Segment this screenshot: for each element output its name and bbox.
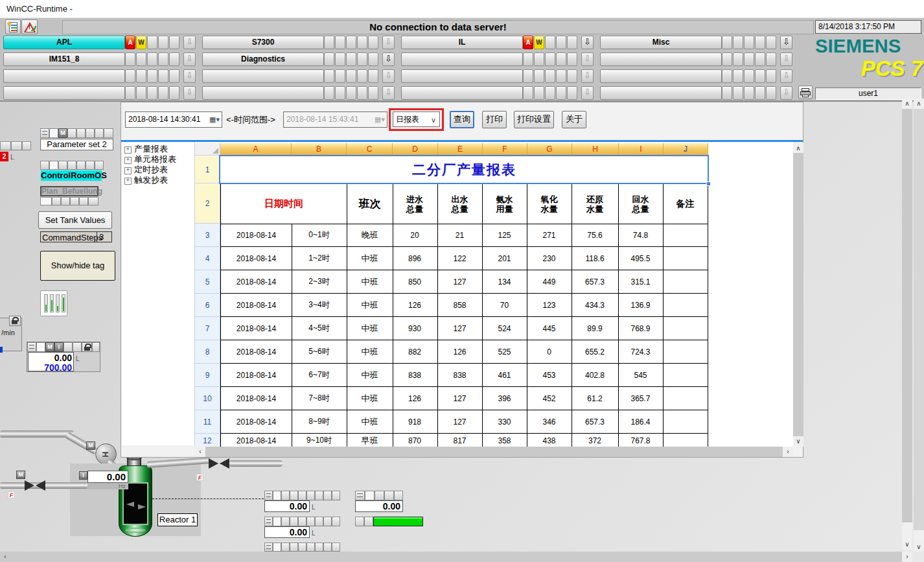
cell-value[interactable]: 882 [392, 340, 438, 364]
cell-time[interactable]: 2~3时 [292, 270, 347, 294]
cell-value[interactable]: 123 [527, 294, 572, 317]
nav-expand-arrow-icon[interactable]: ⇩ [581, 69, 594, 83]
nav-expand-arrow-icon[interactable]: ⇩ [581, 36, 594, 49]
cell-time[interactable]: 5~6时 [292, 340, 347, 364]
tree-expand-icon[interactable]: + [124, 146, 132, 154]
volume1-value[interactable]: 0.00 [264, 500, 310, 512]
nav-button-diagnostics[interactable]: Diagnostics [202, 53, 324, 66]
cell-value[interactable]: 122 [437, 247, 483, 270]
header-datetime[interactable]: 日期时间 [220, 183, 347, 224]
nav-button-empty[interactable] [401, 53, 523, 66]
cell-value[interactable]: 127 [437, 270, 483, 294]
sheet-row-header-2[interactable]: 2 [195, 183, 220, 224]
cell-value[interactable]: 75.6 [572, 224, 619, 247]
picture-vertical-scrollbar[interactable]: ∧ ∨ [902, 99, 912, 550]
cell-value[interactable]: 271 [527, 224, 572, 247]
cell-value[interactable]: 126 [392, 294, 438, 317]
cell-value[interactable]: 118.6 [572, 247, 619, 270]
cell-value[interactable]: 358 [482, 434, 527, 447]
cell-value[interactable]: 127 [437, 387, 483, 410]
chevron-right-icon[interactable]: › [902, 552, 912, 562]
cell-value[interactable]: 0 [527, 340, 572, 364]
cell-value[interactable]: 127 [437, 317, 483, 340]
cell-note[interactable] [663, 434, 708, 447]
scrollbar-thumb[interactable] [902, 109, 912, 522]
chevron-right-icon[interactable]: › [783, 447, 793, 457]
cell-time[interactable]: 3~4时 [292, 294, 347, 317]
header-col-6[interactable]: 氧化水量 [527, 183, 572, 224]
window-vertical-scrollbar[interactable]: ∧ ∨ [914, 99, 924, 552]
chevron-down-icon[interactable]: ∨ [902, 539, 912, 550]
cell-shift[interactable]: 中班 [347, 294, 393, 317]
cell-value[interactable]: 850 [392, 270, 438, 294]
cell-value[interactable]: 402.8 [572, 364, 619, 387]
menu-icon[interactable] [355, 491, 365, 500]
cell-shift[interactable]: 中班 [347, 247, 393, 270]
cell-value[interactable]: 396 [482, 387, 527, 410]
cell-value[interactable]: 201 [482, 247, 527, 270]
cell-note[interactable] [663, 247, 708, 270]
cell-value[interactable]: 74.8 [618, 224, 664, 247]
unlock-icon[interactable] [82, 342, 92, 352]
cell-note[interactable] [663, 294, 708, 317]
sheet-row-header-5[interactable]: 5 [195, 270, 220, 294]
nav-button-empty[interactable] [600, 53, 722, 66]
nav-button-im151_8[interactable]: IM151_8 [3, 53, 125, 66]
cell-note[interactable] [663, 270, 708, 294]
cell-shift[interactable]: 中班 [347, 317, 393, 340]
cell-value[interactable]: 545 [618, 364, 664, 387]
cell-value[interactable]: 127 [437, 410, 483, 434]
cell-value[interactable]: 657.3 [572, 270, 619, 294]
sheet-row-header-3[interactable]: 3 [195, 224, 220, 247]
cell-note[interactable] [663, 387, 708, 410]
cell-value[interactable]: 657.3 [572, 410, 619, 434]
cell-shift[interactable]: 中班 [347, 270, 393, 294]
cell-value[interactable]: 125 [482, 224, 527, 247]
query-button[interactable]: 查询 [450, 111, 474, 128]
header-col-8[interactable]: 回水总量 [618, 183, 664, 224]
cell-shift[interactable]: 中班 [347, 364, 393, 387]
nav-button-empty[interactable] [401, 86, 523, 100]
header-col-3[interactable]: 进水总量 [392, 183, 438, 224]
nav-button-s7300[interactable]: S7300 [202, 36, 324, 49]
cell-date[interactable]: 2018-08-14 [220, 317, 292, 340]
sheet-col-header-A[interactable]: A [220, 143, 292, 156]
cell-value[interactable]: 126 [392, 387, 438, 410]
cell-date[interactable]: 2018-08-14 [220, 434, 292, 447]
lock-icon[interactable] [9, 316, 21, 326]
cell-date[interactable]: 2018-08-14 [220, 294, 292, 317]
cell-note[interactable] [663, 364, 708, 387]
sheet-col-header-C[interactable]: C [347, 143, 393, 156]
nav-expand-arrow-icon[interactable]: ⇩ [382, 86, 395, 100]
nav-expand-arrow-icon[interactable]: ⇩ [183, 69, 196, 83]
volume2-value[interactable]: 0.00 [264, 526, 310, 538]
cell-shift[interactable]: 中班 [347, 410, 393, 434]
menu-icon[interactable] [27, 342, 36, 352]
sheet-row-header-9[interactable]: 9 [195, 364, 220, 387]
window-horizontal-scrollbar[interactable]: ‹ [0, 552, 902, 562]
sheet-row-header-11[interactable]: 11 [195, 410, 220, 434]
cell-shift[interactable]: 中班 [347, 340, 393, 364]
alarm-ack-button[interactable]: ! [21, 19, 38, 34]
cell-value[interactable]: 930 [392, 317, 438, 340]
header-col-7[interactable]: 还原水量 [572, 183, 619, 224]
menu-icon[interactable] [264, 543, 273, 552]
nav-expand-arrow-icon[interactable]: ⇩ [581, 86, 594, 100]
nav-expand-arrow-icon[interactable]: ⇩ [382, 53, 395, 66]
frequency-value[interactable]: 0.00 [87, 471, 128, 483]
cell-value[interactable]: 89.9 [572, 317, 619, 340]
nav-expand-arrow-icon[interactable]: ⇩ [780, 69, 792, 83]
set-tank-values-button[interactable]: Set Tank Values [38, 211, 112, 229]
cell-value[interactable]: 918 [392, 410, 438, 434]
parameter-set-value[interactable]: Parameter set 2 [40, 139, 113, 150]
cell-value[interactable]: 134 [482, 270, 527, 294]
cell-shift[interactable]: 晚班 [347, 224, 393, 247]
cell-time[interactable]: 7~8时 [292, 387, 347, 410]
scrollbar-thumb[interactable] [793, 153, 803, 436]
report-type-combobox[interactable]: 日报表 ∨ [393, 111, 440, 127]
sheet-row-header-7[interactable]: 7 [195, 317, 220, 340]
nav-expand-arrow-icon[interactable]: ⇩ [780, 36, 792, 49]
print-report-button[interactable]: 打印 [482, 111, 507, 128]
cell-value[interactable]: 449 [527, 270, 572, 294]
faceplate-value[interactable]: 0.00 [355, 500, 403, 512]
